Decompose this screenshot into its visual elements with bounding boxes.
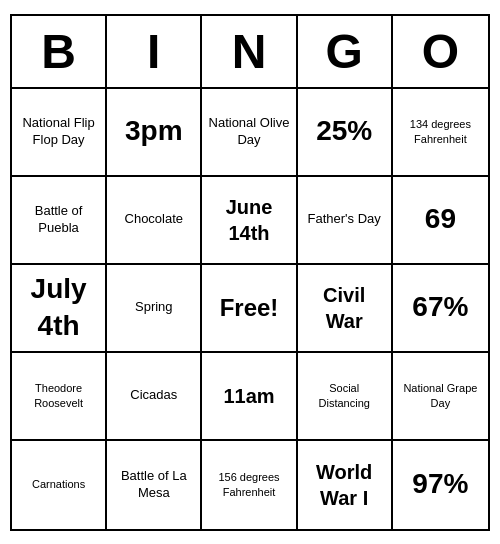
bingo-cell-21: Battle of La Mesa [107,441,202,529]
bingo-letter-o: O [393,16,488,87]
bingo-cell-14: 67% [393,265,488,353]
bingo-cell-19: National Grape Day [393,353,488,441]
bingo-letter-g: G [298,16,393,87]
bingo-cell-18: Social Distancing [298,353,393,441]
bingo-cell-15: Theodore Roosevelt [12,353,107,441]
bingo-letter-i: I [107,16,202,87]
bingo-header: BINGO [12,16,488,89]
bingo-cell-6: Chocolate [107,177,202,265]
bingo-cell-2: National Olive Day [202,89,297,177]
bingo-cell-9: 69 [393,177,488,265]
bingo-cell-11: Spring [107,265,202,353]
bingo-cell-17: 11am [202,353,297,441]
bingo-cell-20: Carnations [12,441,107,529]
bingo-cell-12: Free! [202,265,297,353]
bingo-cell-24: 97% [393,441,488,529]
bingo-cell-13: Civil War [298,265,393,353]
bingo-cell-1: 3pm [107,89,202,177]
bingo-cell-22: 156 degrees Fahrenheit [202,441,297,529]
bingo-card: BINGO National Flip Flop Day3pmNational … [10,14,490,531]
bingo-cell-3: 25% [298,89,393,177]
bingo-letter-b: B [12,16,107,87]
bingo-cell-10: July 4th [12,265,107,353]
bingo-grid: National Flip Flop Day3pmNational Olive … [12,89,488,529]
bingo-cell-0: National Flip Flop Day [12,89,107,177]
bingo-cell-4: 134 degrees Fahrenheit [393,89,488,177]
bingo-cell-16: Cicadas [107,353,202,441]
bingo-cell-5: Battle of Puebla [12,177,107,265]
bingo-cell-7: June 14th [202,177,297,265]
bingo-cell-23: World War I [298,441,393,529]
bingo-letter-n: N [202,16,297,87]
bingo-cell-8: Father's Day [298,177,393,265]
